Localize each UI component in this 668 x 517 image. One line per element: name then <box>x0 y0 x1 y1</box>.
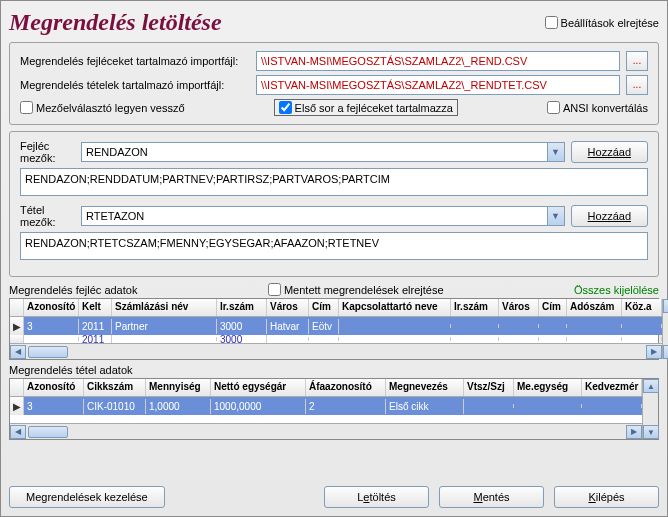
item-fields-list[interactable]: RENDAZON;RTETCSZAM;FMENNY;EGYSEGAR;AFAAZ… <box>20 232 648 260</box>
save-button[interactable]: Mentés <box>439 486 544 508</box>
firstrow-label: Első sor a fejléceket tartalmazza <box>295 102 453 114</box>
grid1-title: Megrendelés fejléc adatok <box>9 284 137 296</box>
row-marker-icon: ▶ <box>10 397 24 415</box>
exit-button[interactable]: Kilépés <box>554 486 659 508</box>
table-row[interactable]: 2011 3000 <box>10 335 662 343</box>
scroll-left-icon[interactable]: ◀ <box>10 425 26 439</box>
grid1-columns: Azonosító Kelt Számlázási név Ir.szám Vá… <box>10 299 662 317</box>
hide-settings-input[interactable] <box>545 16 558 29</box>
hide-saved-label: Mentett megrendelések elrejtése <box>284 284 444 296</box>
table-row[interactable]: ▶ 3 2011 Partner 3000 Hatvar Eötv <box>10 317 662 335</box>
scroll-thumb[interactable] <box>28 426 68 438</box>
grid2-columns: Azonosító Cikkszám Mennyiség Nettó egysé… <box>10 379 642 397</box>
items-file-browse-button[interactable]: ... <box>626 75 648 95</box>
item-fields-combo[interactable]: RTETAZON ▼ <box>81 206 565 226</box>
header-fields-list[interactable]: RENDAZON;RENDDATUM;PARTNEV;PARTIRSZ;PART… <box>20 168 648 196</box>
item-fields-combo-value: RTETAZON <box>86 210 144 222</box>
select-all-link[interactable]: Összes kijelölése <box>574 284 659 296</box>
fields-panel: Fejléc mezők: RENDAZON ▼ Hozzáad RENDAZO… <box>9 131 659 277</box>
manage-orders-button[interactable]: Megrendelések kezelése <box>9 486 165 508</box>
fieldsep-label: Mezőelválasztó legyen vessző <box>36 102 185 114</box>
ansi-label: ANSI konvertálás <box>563 102 648 114</box>
header-grid: Azonosító Kelt Számlázási név Ir.szám Vá… <box>9 298 659 360</box>
item-grid: Azonosító Cikkszám Mennyiség Nettó egysé… <box>9 378 659 440</box>
header-file-input[interactable] <box>256 51 620 71</box>
chevron-down-icon[interactable]: ▼ <box>547 143 564 161</box>
item-fields-label: Tétel mezők: <box>20 204 75 228</box>
grid2-title: Megrendelés tétel adatok <box>9 364 133 376</box>
fieldsep-input[interactable] <box>20 101 33 114</box>
scroll-down-icon[interactable]: ▼ <box>643 425 659 439</box>
download-button[interactable]: Letöltés <box>324 486 429 508</box>
grid1-hscroll[interactable]: ◀ ▶ <box>10 343 662 359</box>
items-file-input[interactable] <box>256 75 620 95</box>
scroll-left-icon[interactable]: ◀ <box>10 345 26 359</box>
header-file-label: Megrendelés fejléceket tartalmazó import… <box>20 55 250 67</box>
firstrow-input[interactable] <box>279 101 292 114</box>
page-title: Megrendelés letöltése <box>9 9 222 36</box>
scroll-up-icon[interactable]: ▲ <box>663 299 668 313</box>
hide-settings-label: Beállítások elrejtése <box>561 17 659 29</box>
chevron-down-icon[interactable]: ▼ <box>547 207 564 225</box>
header-fields-combo-value: RENDAZON <box>86 146 148 158</box>
grid1-vscroll[interactable]: ▲ ▼ <box>662 299 668 359</box>
ansi-input[interactable] <box>547 101 560 114</box>
firstrow-checkbox[interactable]: Első sor a fejléceket tartalmazza <box>274 99 458 116</box>
ansi-checkbox[interactable]: ANSI konvertálás <box>547 101 648 114</box>
header-fields-label: Fejléc mezők: <box>20 140 75 164</box>
header-fields-combo[interactable]: RENDAZON ▼ <box>81 142 565 162</box>
header-file-browse-button[interactable]: ... <box>626 51 648 71</box>
grid2-hscroll[interactable]: ◀ ▶ <box>10 423 642 439</box>
row-marker-icon: ▶ <box>10 317 24 335</box>
table-row[interactable]: ▶ 3 CIK-01010 1,0000 1000,0000 2 Első ci… <box>10 397 642 415</box>
grid2-vscroll[interactable]: ▲ ▼ <box>642 379 658 439</box>
scroll-down-icon[interactable]: ▼ <box>663 345 668 359</box>
header-add-button[interactable]: Hozzáad <box>571 141 648 163</box>
scroll-up-icon[interactable]: ▲ <box>643 379 659 393</box>
hide-settings-checkbox[interactable]: Beállítások elrejtése <box>545 16 659 29</box>
table-row[interactable] <box>10 415 642 423</box>
files-panel: Megrendelés fejléceket tartalmazó import… <box>9 42 659 125</box>
hide-saved-checkbox[interactable]: Mentett megrendelések elrejtése <box>268 283 444 296</box>
scroll-right-icon[interactable]: ▶ <box>646 345 662 359</box>
fieldsep-checkbox[interactable]: Mezőelválasztó legyen vessző <box>20 101 185 114</box>
scroll-thumb[interactable] <box>28 346 68 358</box>
item-add-button[interactable]: Hozzáad <box>571 205 648 227</box>
scroll-right-icon[interactable]: ▶ <box>626 425 642 439</box>
items-file-label: Megrendelés tételek tartalmazó importfáj… <box>20 79 250 91</box>
hide-saved-input[interactable] <box>268 283 281 296</box>
